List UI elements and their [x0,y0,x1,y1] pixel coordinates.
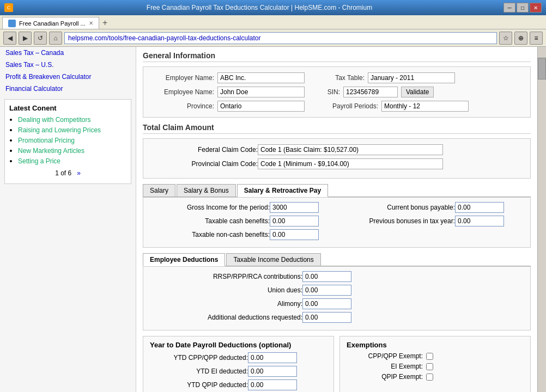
claim-section: Federal Claim Code: Code 1 (Basic Claim:… [143,138,531,179]
additional-deductions-input[interactable] [302,312,351,323]
browser-icon: C [4,3,13,12]
validate-button[interactable]: Validate [401,87,434,97]
sidebar-item-sales-us[interactable]: Sales Tax – U.S. [0,59,136,71]
qpip-exempt-checkbox[interactable] [426,373,433,381]
rrsp-row: RRSP/RPP/RCA contributions: [150,271,524,282]
qpip-exempt-label: QPIP Exempt: [347,373,423,381]
taxable-cash-row: Taxable cash benefits: [150,216,319,226]
taxable-noncash-row: Taxable non-cash benefits: [150,229,319,240]
provincial-claim-label: Provincial Claim Code: [149,160,258,168]
tax-table-select[interactable]: January - 2011 [368,72,455,83]
province-select[interactable]: Ontario [217,101,305,112]
prev-bonuses-input[interactable] [455,216,504,226]
gross-income-input[interactable] [270,202,319,213]
new-tab-button[interactable]: + [99,17,111,29]
employee-name-input[interactable] [217,87,305,97]
sidebar-link-marketing[interactable]: New Marketing Articles [18,147,84,155]
maximize-button[interactable]: □ [517,3,529,13]
sidebar-item-profit[interactable]: Profit & Breakeven Calculator [0,71,136,83]
tab-salary[interactable]: Salary [143,184,175,197]
list-item[interactable]: Raising and Lowering Prices [18,126,126,134]
ytd-ei-label: YTD EI deducted: [150,367,248,375]
alimony-row: Alimony: [150,298,524,309]
sidebar-link-sales-us[interactable]: Sales Tax – U.S. [5,61,54,69]
ytd-title: Year to Date Payroll Deductions (optiona… [150,341,327,349]
sidebar-pagination: 1 of 6 » [9,167,126,179]
employer-name-input[interactable] [217,72,305,83]
minimize-button[interactable]: ─ [503,3,515,13]
sidebar-latest-content-box: Latest Conent Dealing with Competitors R… [4,99,131,184]
alimony-input[interactable] [302,298,351,309]
payroll-periods-select[interactable]: Monthly - 12 [381,101,469,112]
browser-tab[interactable]: Free Canadian Payroll ... ✕ [2,17,99,29]
ytd-ei-input[interactable] [248,366,297,377]
sidebar-item-sales-canada[interactable]: Sales Tax – Canada [0,47,136,59]
employer-name-group: Employer Name: [149,72,305,83]
sin-input[interactable] [343,87,398,97]
sidebar-link-sales-canada[interactable]: Sales Tax – Canada [5,49,64,57]
salary-left-col: Gross Income for the period: Taxable cas… [150,202,319,243]
ei-exempt-checkbox[interactable] [426,363,433,370]
page-action-button[interactable]: ⊕ [514,32,527,45]
tab-close-button[interactable]: ✕ [89,20,93,26]
tab-employee-deductions[interactable]: Employee Deductions [143,253,225,266]
sidebar-item-financial[interactable]: Financial Calculator [0,83,136,95]
general-info-row2: Employee Name: SIN: Validate [149,87,525,97]
pagination-text: 1 of 6 [55,169,71,177]
sidebar: Sales Tax – Canada Sales Tax – U.S. Prof… [0,47,136,392]
federal-claim-select[interactable]: Code 1 (Basic Claim: $10,527.00) [258,144,443,155]
taxable-cash-input[interactable] [270,216,319,226]
additional-deductions-row: Additional deductions requested: [150,312,524,323]
tab-favicon [8,20,16,27]
home-button[interactable]: ⌂ [49,32,62,45]
province-label: Province: [149,102,214,110]
rrsp-label: RRSP/RPP/RCA contributions: [150,273,302,280]
additional-deductions-label: Additional deductions requested: [150,314,302,321]
browser-frame: C Free Canadian Payroll Tax Deductions C… [0,0,546,392]
employer-name-label: Employer Name: [149,74,214,82]
exemptions-section: Exemptions CPP/QPP Exempt: EI Exempt: QP… [339,336,531,392]
close-button[interactable]: ✕ [530,3,542,13]
sidebar-link-financial[interactable]: Financial Calculator [5,85,63,93]
salary-tab-strip: Salary Salary & Bonus Salary & Retroacti… [143,184,531,197]
ytd-cpp-input[interactable] [248,352,297,363]
sidebar-link-promotional[interactable]: Promotional Pricing [18,137,75,144]
pagination-next[interactable]: » [77,169,81,177]
ytd-ei-row: YTD EI deducted: [150,366,327,377]
union-dues-label: Union dues: [150,286,302,294]
title-bar: C Free Canadian Payroll Tax Deductions C… [0,0,546,15]
current-bonus-input[interactable] [455,202,504,213]
union-dues-input[interactable] [302,285,351,296]
list-item[interactable]: Dealing with Competitors [18,115,126,124]
sidebar-link-profit[interactable]: Profit & Breakeven Calculator [5,73,91,81]
forward-button[interactable]: ▶ [19,32,32,45]
scroll-thumb[interactable] [538,58,546,79]
scrollbar[interactable] [537,47,546,392]
taxable-noncash-input[interactable] [270,229,319,240]
tab-salary-bonus[interactable]: Salary & Bonus [177,184,236,197]
list-item[interactable]: Setting a Price [18,157,126,165]
union-dues-row: Union dues: [150,285,524,296]
sidebar-link-raising[interactable]: Raising and Lowering Prices [18,126,101,134]
reload-button[interactable]: ↺ [34,32,47,45]
sin-label: SIN: [321,88,340,96]
sidebar-latest-title: Latest Conent [9,104,126,112]
deduction-tabs-container: Employee Deductions Taxable Income Deduc… [143,253,531,330]
tab-taxable-income-deductions[interactable]: Taxable Income Deductions [226,253,320,266]
list-item[interactable]: New Marketing Articles [18,146,126,155]
settings-button[interactable]: ≡ [530,32,543,45]
qpip-exempt-row: QPIP Exempt: [347,373,524,381]
sidebar-link-dealing[interactable]: Dealing with Competitors [18,116,90,124]
provincial-claim-select[interactable]: Code 1 (Minimum - $9,104.00) [258,158,443,169]
back-button[interactable]: ◀ [3,32,16,45]
bookmark-button[interactable]: ☆ [499,32,512,45]
rrsp-input[interactable] [302,271,351,282]
list-item[interactable]: Promotional Pricing [18,136,126,144]
cpp-exempt-row: CPP/QPP Exempt: [347,352,524,360]
cpp-exempt-checkbox[interactable] [426,353,433,360]
address-bar[interactable] [64,32,497,44]
ytd-qpip-input[interactable] [248,379,297,390]
sidebar-link-setting[interactable]: Setting a Price [18,157,60,165]
tab-salary-retroactive[interactable]: Salary & Retroactive Pay [237,184,328,197]
taxable-noncash-label: Taxable non-cash benefits: [150,231,270,238]
